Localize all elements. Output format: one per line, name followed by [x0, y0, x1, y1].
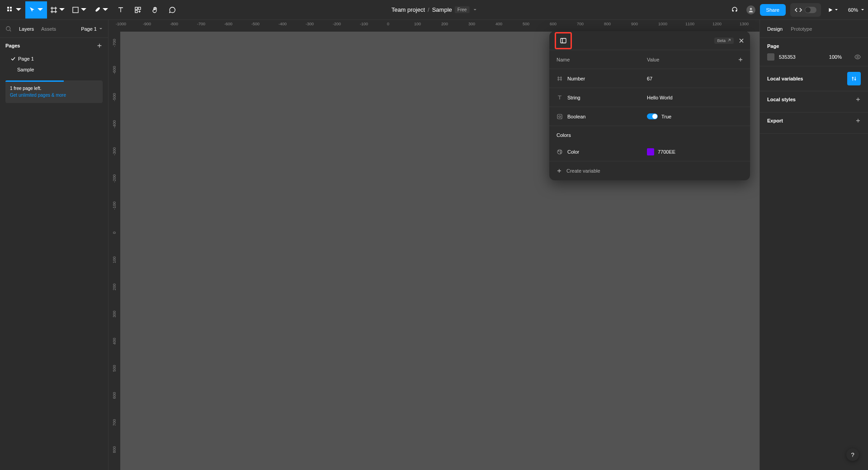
tab-prototype[interactable]: Prototype	[791, 26, 812, 32]
chevron-down-icon[interactable]	[473, 8, 476, 12]
zoom-control[interactable]: 60%	[848, 7, 864, 13]
close-icon[interactable]	[738, 38, 745, 44]
svg-rect-1	[10, 7, 12, 9]
sliders-icon	[851, 75, 857, 82]
add-export-icon[interactable]	[855, 118, 861, 123]
present-button[interactable]	[826, 3, 840, 17]
bg-hex-value[interactable]: 535353	[779, 54, 796, 60]
background-color-row[interactable]: 535353 100%	[767, 53, 861, 61]
number-icon	[557, 75, 563, 82]
layer-item[interactable]: Sample	[0, 64, 108, 75]
variables-panel: Beta Name Value Number 67	[549, 31, 750, 180]
search-icon[interactable]	[5, 26, 12, 32]
pen-tool[interactable]	[90, 1, 112, 19]
boolean-icon	[557, 113, 563, 120]
local-variables-button[interactable]	[847, 72, 861, 85]
text-icon	[557, 94, 563, 101]
variable-row-color[interactable]: Color 7700EE	[549, 142, 750, 161]
variable-row-string[interactable]: String Hello World	[549, 88, 750, 107]
breadcrumb-separator: /	[428, 6, 429, 13]
move-tool[interactable]	[25, 1, 47, 19]
svg-rect-0	[7, 7, 9, 9]
svg-rect-7	[135, 10, 137, 13]
tab-layers[interactable]: Layers	[19, 26, 34, 32]
share-button[interactable]: Share	[760, 4, 786, 16]
column-name-header: Name	[549, 57, 640, 62]
add-column-button[interactable]	[731, 57, 750, 62]
color-swatch[interactable]	[647, 148, 654, 155]
canvas[interactable]: -1000-900-800-700-600-500-400-300-200-10…	[108, 20, 760, 470]
local-variables-label: Local variables	[767, 76, 803, 81]
text-tool[interactable]	[112, 1, 129, 19]
svg-point-15	[560, 150, 561, 151]
resources-tool[interactable]	[129, 1, 146, 19]
svg-rect-2	[7, 9, 9, 11]
frame-tool[interactable]	[47, 1, 69, 19]
svg-rect-5	[135, 7, 137, 9]
user-avatar[interactable]	[746, 5, 755, 14]
svg-point-9	[6, 26, 10, 30]
svg-point-12	[559, 116, 561, 118]
check-icon	[11, 56, 15, 61]
variable-row-boolean[interactable]: Boolean True	[549, 107, 750, 126]
free-badge: Free	[455, 6, 470, 13]
svg-point-14	[558, 150, 559, 151]
add-style-icon[interactable]	[855, 97, 861, 102]
svg-rect-6	[138, 7, 141, 9]
audio-button[interactable]	[727, 3, 742, 17]
export-label: Export	[767, 118, 783, 123]
svg-point-16	[560, 152, 561, 153]
plus-icon	[557, 168, 562, 174]
panel-sidebar-toggle[interactable]	[555, 32, 572, 49]
left-sidebar: Layers Assets Page 1 Pages Page 1 Sample…	[0, 20, 108, 470]
add-page-icon[interactable]	[96, 42, 103, 49]
bg-opacity[interactable]: 100%	[829, 54, 842, 60]
promo-link[interactable]: Get unlimited pages & more	[10, 92, 98, 99]
svg-rect-11	[557, 114, 562, 119]
ruler-vertical: -700-600-500-400-300-200-100010020030040…	[108, 32, 120, 470]
variable-row-number[interactable]: Number 67	[549, 69, 750, 88]
breadcrumb-team: Team project	[392, 6, 425, 13]
promo-text: 1 free page left.	[10, 85, 98, 92]
breadcrumb-file: Sample	[432, 6, 452, 13]
svg-rect-3	[10, 9, 12, 11]
svg-rect-10	[561, 38, 566, 43]
bg-color-swatch[interactable]	[767, 53, 774, 61]
create-variable-button[interactable]: Create variable	[549, 161, 750, 180]
file-breadcrumb[interactable]: Team project / Sample Free	[392, 6, 477, 13]
svg-point-13	[557, 150, 562, 154]
top-toolbar: Team project / Sample Free Share 60%	[0, 0, 868, 20]
svg-rect-4	[73, 7, 78, 13]
main-menu-button[interactable]	[4, 1, 25, 19]
page-section-label: Page	[767, 43, 861, 49]
local-styles-label: Local styles	[767, 97, 796, 102]
dev-mode-button[interactable]	[790, 3, 821, 17]
svg-point-8	[750, 8, 752, 10]
colors-section-label: Colors	[549, 126, 750, 142]
comment-tool[interactable]	[164, 1, 181, 19]
column-value-header: Value	[640, 57, 731, 62]
right-sidebar: Design Prototype Page 535353 100% Local …	[760, 20, 868, 470]
hand-tool[interactable]	[146, 1, 164, 19]
promo-box: 1 free page left. Get unlimited pages & …	[5, 80, 103, 103]
visibility-icon[interactable]	[854, 54, 861, 60]
boolean-toggle[interactable]	[647, 113, 658, 119]
ruler-horizontal: -1000-900-800-700-600-500-400-300-200-10…	[120, 20, 760, 32]
svg-point-17	[857, 56, 859, 58]
shape-tool[interactable]	[69, 1, 90, 19]
page-item[interactable]: Page 1	[0, 53, 108, 64]
tab-design[interactable]: Design	[767, 26, 783, 32]
help-button[interactable]: ?	[846, 448, 859, 461]
zoom-value: 60%	[848, 7, 858, 13]
color-icon	[557, 149, 563, 155]
pages-label: Pages	[5, 43, 20, 48]
tab-assets[interactable]: Assets	[41, 26, 56, 32]
page-selector[interactable]: Page 1	[81, 26, 103, 32]
dev-toggle[interactable]	[805, 7, 816, 13]
beta-badge: Beta	[714, 38, 734, 44]
